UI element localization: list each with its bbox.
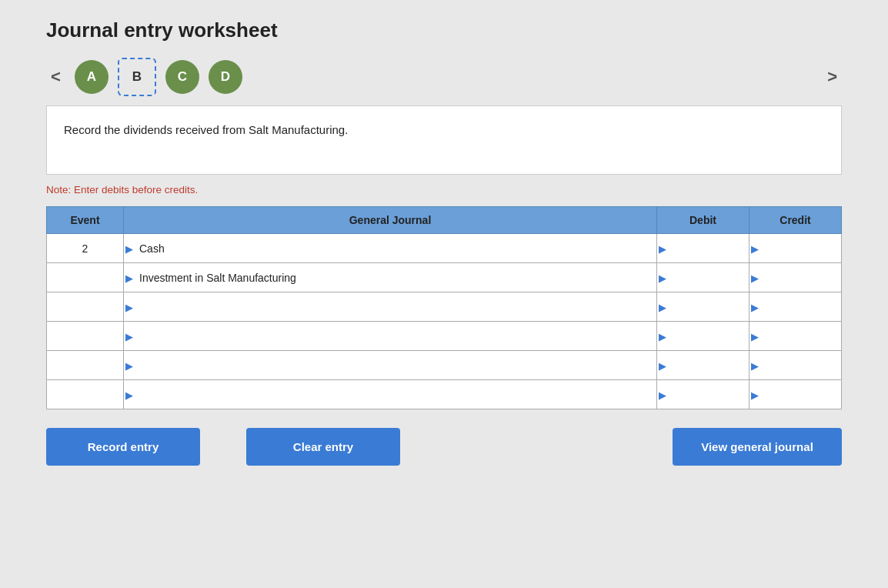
credit-arrow-icon: ▶: [751, 389, 759, 400]
debit-arrow-icon: ▶: [659, 330, 666, 342]
credit-arrow-icon: ▶: [751, 330, 759, 342]
journal-cell[interactable]: ▶Investment in Salt Manufacturing: [124, 263, 657, 292]
journal-arrow-icon: ▶: [125, 301, 133, 312]
note-text: Note: Enter debits before credits.: [46, 184, 842, 195]
next-arrow[interactable]: >: [823, 65, 842, 89]
credit-cell[interactable]: ▶: [749, 380, 842, 409]
credit-arrow-icon: ▶: [751, 242, 759, 254]
journal-arrow-icon: ▶: [125, 272, 133, 283]
journal-cell[interactable]: ▶: [124, 322, 657, 351]
tab-d[interactable]: D: [209, 60, 242, 94]
credit-cell[interactable]: ▶: [749, 234, 842, 263]
credit-cell[interactable]: ▶: [749, 351, 842, 380]
instruction-text: Record the dividends received from Salt …: [64, 123, 348, 136]
event-cell[interactable]: [47, 380, 124, 409]
event-cell[interactable]: 2: [47, 234, 124, 263]
tab-c[interactable]: C: [165, 60, 199, 94]
event-cell[interactable]: [47, 263, 124, 292]
clear-entry-button[interactable]: Clear entry: [246, 428, 400, 466]
debit-cell[interactable]: ▶: [657, 234, 749, 263]
page-title: Journal entry worksheet: [46, 18, 842, 42]
journal-arrow-icon: ▶: [125, 330, 133, 342]
journal-arrow-icon: ▶: [125, 389, 133, 400]
debit-arrow-icon: ▶: [659, 242, 666, 254]
col-header-credit: Credit: [749, 207, 842, 234]
journal-arrow-icon: ▶: [125, 359, 133, 371]
table-row: ▶Investment in Salt Manufacturing▶▶: [47, 263, 842, 292]
tab-a[interactable]: A: [75, 60, 108, 94]
credit-arrow-icon: ▶: [751, 272, 759, 283]
journal-cell[interactable]: ▶: [124, 292, 657, 322]
tab-navigation: < A B C D >: [46, 58, 842, 96]
debit-cell[interactable]: ▶: [657, 292, 749, 322]
journal-table: Event General Journal Debit Credit 2▶Cas…: [46, 206, 842, 409]
table-row: 2▶Cash▶▶: [47, 234, 842, 263]
record-entry-button[interactable]: Record entry: [46, 428, 200, 466]
credit-cell[interactable]: ▶: [749, 292, 842, 322]
event-cell[interactable]: [47, 351, 124, 380]
credit-arrow-icon: ▶: [751, 359, 759, 371]
journal-cell[interactable]: ▶Cash: [124, 234, 657, 263]
credit-cell[interactable]: ▶: [749, 263, 842, 292]
view-general-journal-button[interactable]: View general journal: [673, 428, 842, 466]
credit-cell[interactable]: ▶: [749, 322, 842, 351]
tab-b[interactable]: B: [118, 58, 156, 96]
journal-arrow-icon: ▶: [125, 242, 133, 254]
debit-cell[interactable]: ▶: [657, 380, 749, 409]
table-row: ▶▶▶: [47, 322, 842, 351]
table-row: ▶▶▶: [47, 380, 842, 409]
debit-arrow-icon: ▶: [659, 272, 666, 283]
table-row: ▶▶▶: [47, 351, 842, 380]
credit-arrow-icon: ▶: [751, 301, 759, 312]
debit-cell[interactable]: ▶: [657, 263, 749, 292]
debit-arrow-icon: ▶: [659, 301, 666, 312]
col-header-general-journal: General Journal: [124, 207, 657, 234]
debit-cell[interactable]: ▶: [657, 351, 749, 380]
table-row: ▶▶▶: [47, 292, 842, 322]
journal-cell[interactable]: ▶: [124, 351, 657, 380]
col-header-debit: Debit: [657, 207, 749, 234]
instruction-box: Record the dividends received from Salt …: [46, 105, 842, 175]
col-header-event: Event: [47, 207, 124, 234]
journal-cell[interactable]: ▶: [124, 380, 657, 409]
event-cell[interactable]: [47, 322, 124, 351]
debit-arrow-icon: ▶: [659, 359, 666, 371]
debit-cell[interactable]: ▶: [657, 322, 749, 351]
prev-arrow[interactable]: <: [46, 65, 65, 89]
debit-arrow-icon: ▶: [659, 389, 666, 400]
action-buttons: Record entry Clear entry View general jo…: [46, 428, 842, 466]
event-cell[interactable]: [47, 292, 124, 322]
